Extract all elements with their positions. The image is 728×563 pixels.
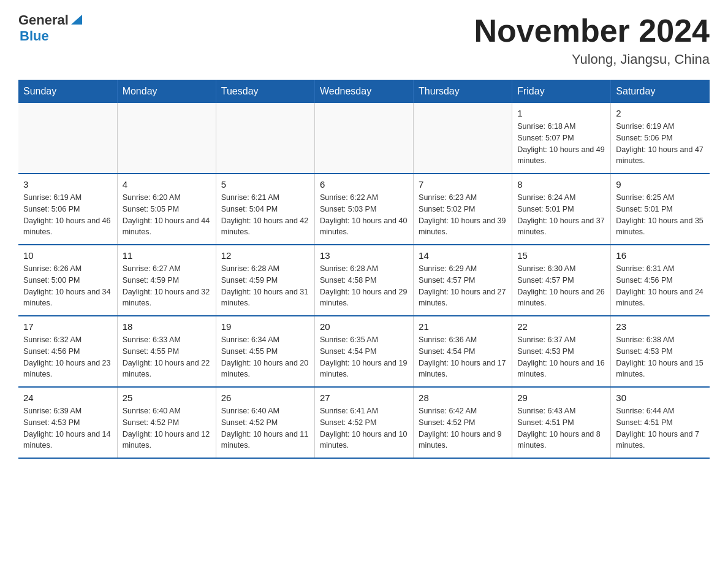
calendar-weekday-monday: Monday: [117, 80, 216, 103]
calendar-cell: 11Sunrise: 6:27 AMSunset: 4:59 PMDayligh…: [117, 245, 216, 316]
calendar-cell: [216, 103, 314, 174]
calendar-cell: 4Sunrise: 6:20 AMSunset: 5:05 PMDaylight…: [117, 174, 216, 245]
day-number: 23: [616, 321, 705, 332]
location-title: Yulong, Jiangsu, China: [474, 52, 710, 67]
day-number: 14: [419, 250, 507, 261]
calendar-cell: 25Sunrise: 6:40 AMSunset: 4:52 PMDayligh…: [117, 387, 216, 458]
day-info: Sunrise: 6:23 AMSunset: 5:02 PMDaylight:…: [419, 192, 507, 238]
logo: General Blue: [18, 12, 83, 44]
calendar-weekday-thursday: Thursday: [414, 80, 512, 103]
day-number: 26: [221, 393, 309, 403]
day-number: 9: [616, 179, 705, 190]
day-info: Sunrise: 6:28 AMSunset: 4:59 PMDaylight:…: [221, 263, 309, 309]
calendar-cell: [117, 103, 216, 174]
day-number: 6: [320, 179, 408, 190]
day-info: Sunrise: 6:25 AMSunset: 5:01 PMDaylight:…: [616, 192, 705, 238]
calendar-weekday-tuesday: Tuesday: [216, 80, 314, 103]
calendar-cell: 19Sunrise: 6:34 AMSunset: 4:55 PMDayligh…: [216, 316, 314, 387]
day-info: Sunrise: 6:33 AMSunset: 4:55 PMDaylight:…: [123, 334, 211, 380]
calendar-cell: 27Sunrise: 6:41 AMSunset: 4:52 PMDayligh…: [314, 387, 413, 458]
day-number: 10: [23, 250, 112, 261]
calendar-cell: 7Sunrise: 6:23 AMSunset: 5:02 PMDaylight…: [414, 174, 512, 245]
day-number: 28: [419, 393, 507, 403]
calendar-week-row: 3Sunrise: 6:19 AMSunset: 5:06 PMDaylight…: [18, 174, 710, 245]
calendar-cell: 6Sunrise: 6:22 AMSunset: 5:03 PMDaylight…: [314, 174, 413, 245]
day-number: 17: [23, 321, 112, 332]
day-number: 29: [517, 393, 605, 403]
day-info: Sunrise: 6:27 AMSunset: 4:59 PMDaylight:…: [123, 263, 211, 309]
calendar-cell: 23Sunrise: 6:38 AMSunset: 4:53 PMDayligh…: [611, 316, 710, 387]
day-number: 2: [616, 108, 705, 118]
day-number: 1: [517, 108, 605, 118]
day-info: Sunrise: 6:40 AMSunset: 4:52 PMDaylight:…: [221, 405, 309, 451]
calendar-cell: 20Sunrise: 6:35 AMSunset: 4:54 PMDayligh…: [314, 316, 413, 387]
day-info: Sunrise: 6:19 AMSunset: 5:06 PMDaylight:…: [23, 192, 112, 238]
calendar-cell: 28Sunrise: 6:42 AMSunset: 4:52 PMDayligh…: [414, 387, 512, 458]
calendar-table: SundayMondayTuesdayWednesdayThursdayFrid…: [18, 80, 710, 459]
day-info: Sunrise: 6:32 AMSunset: 4:56 PMDaylight:…: [23, 334, 112, 380]
day-number: 8: [517, 179, 605, 190]
calendar-week-row: 1Sunrise: 6:18 AMSunset: 5:07 PMDaylight…: [18, 103, 710, 174]
day-number: 19: [221, 321, 309, 332]
day-info: Sunrise: 6:39 AMSunset: 4:53 PMDaylight:…: [23, 405, 112, 451]
day-info: Sunrise: 6:41 AMSunset: 4:52 PMDaylight:…: [320, 405, 408, 451]
day-number: 7: [419, 179, 507, 190]
day-number: 25: [123, 393, 211, 403]
day-number: 20: [320, 321, 408, 332]
day-number: 16: [616, 250, 705, 261]
calendar-cell: 3Sunrise: 6:19 AMSunset: 5:06 PMDaylight…: [18, 174, 117, 245]
logo-triangle-icon: [70, 12, 83, 26]
calendar-cell: 21Sunrise: 6:36 AMSunset: 4:54 PMDayligh…: [414, 316, 512, 387]
day-info: Sunrise: 6:31 AMSunset: 4:56 PMDaylight:…: [616, 263, 705, 309]
day-info: Sunrise: 6:40 AMSunset: 4:52 PMDaylight:…: [123, 405, 211, 451]
day-info: Sunrise: 6:36 AMSunset: 4:54 PMDaylight:…: [419, 334, 507, 380]
calendar-cell: 13Sunrise: 6:28 AMSunset: 4:58 PMDayligh…: [314, 245, 413, 316]
calendar-cell: 10Sunrise: 6:26 AMSunset: 5:00 PMDayligh…: [18, 245, 117, 316]
calendar-cell: [414, 103, 512, 174]
day-number: 24: [23, 393, 112, 403]
calendar-week-row: 24Sunrise: 6:39 AMSunset: 4:53 PMDayligh…: [18, 387, 710, 458]
day-number: 22: [517, 321, 605, 332]
calendar-cell: 15Sunrise: 6:30 AMSunset: 4:57 PMDayligh…: [512, 245, 611, 316]
calendar-weekday-wednesday: Wednesday: [314, 80, 413, 103]
calendar-cell: 17Sunrise: 6:32 AMSunset: 4:56 PMDayligh…: [18, 316, 117, 387]
day-info: Sunrise: 6:26 AMSunset: 5:00 PMDaylight:…: [23, 263, 112, 309]
day-info: Sunrise: 6:38 AMSunset: 4:53 PMDaylight:…: [616, 334, 705, 380]
day-info: Sunrise: 6:34 AMSunset: 4:55 PMDaylight:…: [221, 334, 309, 380]
calendar-cell: 2Sunrise: 6:19 AMSunset: 5:06 PMDaylight…: [611, 103, 710, 174]
day-info: Sunrise: 6:35 AMSunset: 4:54 PMDaylight:…: [320, 334, 408, 380]
day-info: Sunrise: 6:42 AMSunset: 4:52 PMDaylight:…: [419, 405, 507, 451]
calendar-week-row: 10Sunrise: 6:26 AMSunset: 5:00 PMDayligh…: [18, 245, 710, 316]
day-number: 13: [320, 250, 408, 261]
day-number: 11: [123, 250, 211, 261]
calendar-cell: 30Sunrise: 6:44 AMSunset: 4:51 PMDayligh…: [611, 387, 710, 458]
calendar-cell: 12Sunrise: 6:28 AMSunset: 4:59 PMDayligh…: [216, 245, 314, 316]
calendar-cell: 18Sunrise: 6:33 AMSunset: 4:55 PMDayligh…: [117, 316, 216, 387]
calendar-cell: 16Sunrise: 6:31 AMSunset: 4:56 PMDayligh…: [611, 245, 710, 316]
logo-blue-text: Blue: [20, 28, 49, 44]
day-number: 12: [221, 250, 309, 261]
calendar-cell: 14Sunrise: 6:29 AMSunset: 4:57 PMDayligh…: [414, 245, 512, 316]
day-number: 15: [517, 250, 605, 261]
month-title: November 2024: [474, 12, 710, 49]
title-block: November 2024 Yulong, Jiangsu, China: [474, 12, 710, 67]
calendar-cell: 5Sunrise: 6:21 AMSunset: 5:04 PMDaylight…: [216, 174, 314, 245]
day-info: Sunrise: 6:30 AMSunset: 4:57 PMDaylight:…: [517, 263, 605, 309]
day-number: 21: [419, 321, 507, 332]
day-info: Sunrise: 6:28 AMSunset: 4:58 PMDaylight:…: [320, 263, 408, 309]
calendar-cell: [18, 103, 117, 174]
day-number: 27: [320, 393, 408, 403]
day-info: Sunrise: 6:19 AMSunset: 5:06 PMDaylight:…: [616, 121, 705, 167]
page-header: General Blue November 2024 Yulong, Jiang…: [18, 12, 710, 67]
day-info: Sunrise: 6:20 AMSunset: 5:05 PMDaylight:…: [123, 192, 211, 238]
day-info: Sunrise: 6:22 AMSunset: 5:03 PMDaylight:…: [320, 192, 408, 238]
day-number: 3: [23, 179, 112, 190]
day-info: Sunrise: 6:44 AMSunset: 4:51 PMDaylight:…: [616, 405, 705, 451]
calendar-cell: [314, 103, 413, 174]
calendar-cell: 24Sunrise: 6:39 AMSunset: 4:53 PMDayligh…: [18, 387, 117, 458]
calendar-cell: 9Sunrise: 6:25 AMSunset: 5:01 PMDaylight…: [611, 174, 710, 245]
day-number: 4: [123, 179, 211, 190]
calendar-header-row: SundayMondayTuesdayWednesdayThursdayFrid…: [18, 80, 710, 103]
calendar-cell: 26Sunrise: 6:40 AMSunset: 4:52 PMDayligh…: [216, 387, 314, 458]
logo-general-text: General: [18, 12, 69, 28]
